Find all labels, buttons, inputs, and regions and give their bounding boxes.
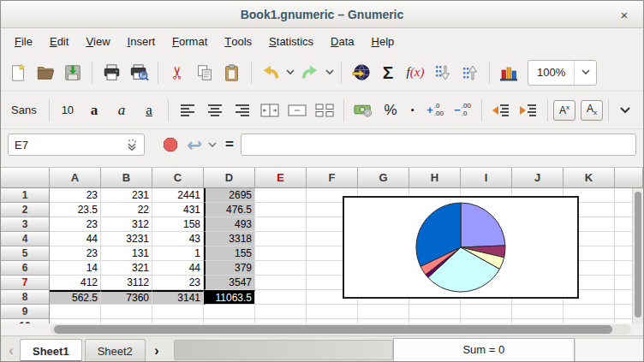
row-header-9[interactable]: 9 — [1, 305, 50, 319]
cancel-button[interactable] — [159, 131, 182, 158]
tabs-scroll-right-chevron-icon[interactable]: › — [148, 339, 165, 362]
menu-insert[interactable]: Insert — [119, 28, 164, 54]
hyperlink-button[interactable] — [348, 59, 373, 86]
enter-button[interactable]: ↩ — [183, 131, 206, 158]
column-header-J[interactable]: J — [512, 168, 564, 188]
cell-C5[interactable]: 1 — [152, 246, 204, 261]
cut-button[interactable]: ✂ — [164, 59, 190, 86]
format-percent-button[interactable]: % — [378, 97, 403, 124]
column-header-C[interactable]: C — [152, 168, 204, 188]
cell-A7[interactable]: 412 — [50, 276, 101, 290]
cell-H9[interactable] — [409, 305, 461, 319]
cell-B8[interactable]: 7360 — [101, 290, 152, 305]
copy-button[interactable] — [192, 59, 218, 86]
cell-B4[interactable]: 3231 — [101, 232, 152, 246]
column-header-B[interactable]: B — [101, 168, 152, 188]
cell-C1[interactable]: 2441 — [152, 188, 204, 203]
cell-E8[interactable] — [255, 290, 307, 305]
cell-A8[interactable]: 562.5 — [50, 290, 101, 305]
cell-B1[interactable]: 231 — [101, 188, 152, 203]
row-header-6[interactable]: 6 — [1, 261, 50, 276]
cell-J9[interactable] — [512, 305, 564, 319]
cell-D4[interactable]: 3318 — [204, 232, 255, 246]
formula-input[interactable] — [241, 134, 636, 156]
cell-A2[interactable]: 23.5 — [50, 203, 101, 217]
underline-button[interactable]: a — [136, 97, 162, 124]
insert-chart-button[interactable] — [496, 59, 522, 86]
split-cells-button[interactable] — [312, 97, 337, 124]
sum-button[interactable]: Σ — [375, 59, 401, 86]
italic-button[interactable]: a — [109, 97, 134, 124]
decrease-indent-button[interactable] — [488, 97, 514, 124]
column-header-F[interactable]: F — [307, 168, 358, 188]
range-selector-icon[interactable] — [126, 139, 138, 151]
cell-A3[interactable]: 23 — [50, 217, 101, 232]
column-header-K[interactable]: K — [564, 168, 615, 188]
toolbar-overflow-chevron-icon[interactable] — [619, 97, 631, 124]
tabs-scroll-left-chevron-icon[interactable]: ‹ — [3, 339, 20, 362]
font-size-selector[interactable]: 10 — [55, 104, 80, 116]
row-header-7[interactable]: 7 — [1, 276, 50, 290]
cell-B7[interactable]: 3112 — [101, 276, 152, 290]
cell-D8[interactable]: 11063.5 — [204, 290, 255, 305]
font-name-selector[interactable]: Sans — [4, 104, 44, 116]
row-header-8[interactable]: 8 — [1, 290, 50, 305]
row-header-4[interactable]: 4 — [1, 232, 50, 246]
column-header-A[interactable]: A — [50, 168, 101, 188]
cell-C9[interactable] — [152, 305, 204, 319]
redo-button[interactable] — [297, 59, 323, 86]
cell-A5[interactable]: 23 — [50, 246, 101, 261]
cell-D7[interactable]: 3547 — [204, 276, 255, 290]
function-button[interactable]: f(x) — [402, 59, 428, 86]
enter-dropdown-chevron-icon[interactable] — [206, 131, 218, 158]
menu-file[interactable]: File — [6, 28, 41, 54]
increase-precision-button[interactable]: +.0.00 — [422, 97, 448, 124]
align-center-button[interactable] — [202, 97, 228, 124]
row-header-5[interactable]: 5 — [1, 246, 50, 261]
vertical-scrollbar-thumb[interactable] — [635, 192, 641, 317]
undo-button[interactable] — [258, 59, 283, 86]
row-header-1[interactable]: 1 — [1, 188, 50, 203]
column-header-partial[interactable] — [615, 168, 643, 188]
column-header-D[interactable]: D — [204, 168, 255, 188]
align-right-button[interactable] — [230, 97, 255, 124]
menu-help[interactable]: Help — [363, 28, 403, 54]
save-button[interactable] — [60, 59, 86, 86]
cell-D2[interactable]: 476.5 — [204, 203, 255, 217]
center-across-selection-button[interactable] — [257, 97, 283, 124]
menu-data[interactable]: Data — [322, 28, 362, 54]
sort-descending-button[interactable] — [430, 59, 456, 86]
menu-format[interactable]: Format — [164, 28, 216, 54]
cell-E3[interactable] — [255, 217, 307, 232]
cell-B5[interactable]: 131 — [101, 246, 152, 261]
cell-K9[interactable] — [564, 305, 615, 319]
sort-ascending-button[interactable] — [457, 59, 483, 86]
cell-D5[interactable]: 155 — [204, 246, 255, 261]
cell-E4[interactable] — [255, 232, 307, 246]
cell-E2[interactable] — [255, 203, 307, 217]
align-left-button[interactable] — [175, 97, 200, 124]
menu-view[interactable]: View — [77, 28, 118, 54]
cell-I9[interactable] — [461, 305, 512, 319]
horizontal-scrollbar-thumb[interactable] — [54, 325, 612, 334]
decrease-precision-button[interactable]: −.00.0 — [450, 97, 475, 124]
cell-F9[interactable] — [307, 305, 358, 319]
cell-E7[interactable] — [255, 276, 307, 290]
format-currency-button[interactable] — [350, 97, 376, 124]
cell-A9[interactable] — [50, 305, 101, 319]
tab-area-scrollbar[interactable] — [174, 340, 393, 360]
print-button[interactable] — [98, 59, 124, 86]
menu-edit[interactable]: Edit — [41, 28, 77, 54]
tab-sheet2[interactable]: Sheet2 — [85, 339, 146, 362]
print-preview-button[interactable] — [126, 59, 152, 86]
tab-sheet1[interactable]: Sheet1 — [20, 339, 82, 362]
cell-E1[interactable] — [255, 188, 307, 203]
close-icon[interactable]: × — [616, 6, 633, 23]
cell-E5[interactable] — [255, 246, 307, 261]
increase-indent-button[interactable] — [516, 97, 541, 124]
zoom-combobox[interactable]: 100% — [528, 60, 597, 86]
cell-E6[interactable] — [255, 261, 307, 276]
cell-B6[interactable]: 321 — [101, 261, 152, 276]
paste-button[interactable] — [219, 59, 245, 86]
menu-statistics[interactable]: Statistics — [260, 28, 322, 54]
